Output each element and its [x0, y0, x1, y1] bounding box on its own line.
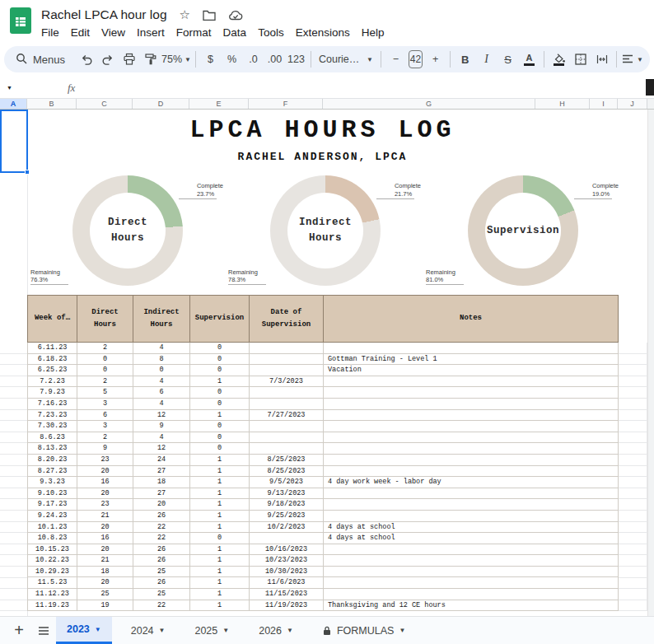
cell-date-of-supervision[interactable]: 10/16/2023: [250, 544, 324, 555]
header-date-of-supervision[interactable]: Date of Supervision: [250, 296, 324, 343]
move-folder-icon[interactable]: [203, 10, 216, 21]
cell-supervision[interactable]: 1: [190, 409, 250, 421]
increase-font-size-button[interactable]: +: [425, 49, 446, 70]
cell-indirect-hours[interactable]: 4: [133, 432, 190, 443]
cell-indirect-hours[interactable]: 22: [133, 533, 190, 544]
cell-indirect-hours[interactable]: 26: [133, 555, 190, 567]
header-week-of[interactable]: Week of…: [28, 296, 77, 343]
empty-cells-region[interactable]: [0, 343, 27, 611]
chevron-down-icon[interactable]: ▼: [95, 626, 101, 633]
cell-date-of-supervision[interactable]: 10/2/2023: [250, 521, 324, 533]
col-header-c[interactable]: C: [77, 99, 133, 109]
fill-color-button[interactable]: [549, 49, 569, 70]
font-size-input[interactable]: 42: [409, 50, 423, 68]
col-header-j[interactable]: J: [618, 99, 647, 109]
cell-supervision[interactable]: 0: [190, 365, 250, 376]
cell-date-of-supervision[interactable]: [250, 533, 324, 544]
cell-date-of-supervision[interactable]: 8/25/2023: [250, 454, 324, 465]
cell-direct-hours[interactable]: 21: [77, 555, 133, 567]
cell-direct-hours[interactable]: 9: [77, 443, 133, 455]
cell-week-of[interactable]: 9.10.23: [28, 488, 77, 499]
cell-date-of-supervision[interactable]: 10/30/2023: [250, 566, 324, 577]
menu-insert[interactable]: Insert: [131, 26, 171, 40]
cell-date-of-supervision[interactable]: [250, 398, 324, 409]
cell-direct-hours[interactable]: 20: [77, 488, 133, 499]
cell-indirect-hours[interactable]: 12: [133, 443, 190, 455]
borders-button[interactable]: [570, 49, 591, 70]
cell-date-of-supervision[interactable]: 9/5/2023: [250, 477, 324, 488]
cell-direct-hours[interactable]: 3: [77, 421, 133, 432]
cell-indirect-hours[interactable]: 4: [133, 376, 190, 387]
decrease-decimal-button[interactable]: .0: [243, 49, 264, 70]
formula-input[interactable]: [75, 77, 654, 98]
menu-format[interactable]: Format: [171, 26, 217, 40]
cell-date-of-supervision[interactable]: [250, 421, 324, 432]
cell-supervision[interactable]: 1: [190, 465, 250, 477]
vertical-scrollbar[interactable]: [647, 110, 654, 616]
header-notes[interactable]: Notes: [324, 296, 619, 343]
cell-indirect-hours[interactable]: 18: [133, 477, 190, 488]
cell-date-of-supervision[interactable]: [250, 443, 324, 455]
cell-notes[interactable]: [324, 499, 619, 511]
cell-week-of[interactable]: 11.5.23: [28, 577, 77, 589]
sheet-tab-2025[interactable]: 2025▼: [184, 617, 240, 644]
cell-supervision[interactable]: 0: [190, 353, 250, 365]
chevron-down-icon[interactable]: ▼: [399, 627, 405, 634]
cell-week-of[interactable]: 9.24.23: [28, 510, 77, 521]
cell-notes[interactable]: [324, 398, 619, 409]
cell-date-of-supervision[interactable]: 8/25/2023: [250, 465, 324, 477]
menu-edit[interactable]: Edit: [65, 26, 96, 40]
header-indirect-hours[interactable]: Indirect Hours: [133, 296, 190, 343]
cell-week-of[interactable]: 8.27.23: [28, 465, 77, 477]
cell-supervision[interactable]: 1: [190, 376, 250, 387]
cell-notes[interactable]: [324, 343, 619, 354]
cell-supervision[interactable]: 1: [190, 566, 250, 577]
cell-week-of[interactable]: 7.2.23: [28, 376, 77, 387]
cell-notes[interactable]: 4 days at school: [324, 533, 619, 544]
chevron-down-icon[interactable]: ▼: [159, 627, 166, 634]
cell-indirect-hours[interactable]: 0: [133, 365, 190, 376]
cell-direct-hours[interactable]: 25: [77, 589, 133, 600]
cell-direct-hours[interactable]: 20: [77, 465, 133, 477]
cell-indirect-hours[interactable]: 24: [133, 454, 190, 465]
cell-indirect-hours[interactable]: 12: [133, 409, 190, 421]
cell-notes[interactable]: [324, 577, 619, 589]
cell-date-of-supervision[interactable]: [250, 365, 324, 376]
cell-direct-hours[interactable]: 6: [77, 409, 133, 421]
cell-indirect-hours[interactable]: 22: [133, 600, 190, 611]
cell-notes[interactable]: Thanksgiving and 12 CE hours: [324, 600, 619, 611]
cell-date-of-supervision[interactable]: 11/19/2023: [250, 600, 324, 611]
add-sheet-button[interactable]: +: [7, 618, 31, 643]
col-header-i[interactable]: I: [590, 99, 618, 109]
undo-button[interactable]: [76, 49, 96, 70]
cell-supervision[interactable]: 1: [190, 510, 250, 521]
col-header-f[interactable]: F: [249, 99, 323, 109]
cell-supervision[interactable]: 0: [190, 443, 250, 455]
cell-week-of[interactable]: 10.8.23: [28, 533, 77, 544]
cell-supervision[interactable]: 0: [190, 432, 250, 443]
cell-indirect-hours[interactable]: 8: [133, 353, 190, 365]
menu-tools[interactable]: Tools: [252, 26, 290, 40]
text-color-button[interactable]: A: [519, 49, 540, 70]
cell-indirect-hours[interactable]: 26: [133, 577, 190, 589]
cell-supervision[interactable]: 1: [190, 477, 250, 488]
cell-supervision[interactable]: 1: [190, 589, 250, 600]
sheet-tab-2023[interactable]: 2023▼: [56, 617, 112, 644]
cell-notes[interactable]: [324, 589, 619, 600]
cell-direct-hours[interactable]: 20: [77, 544, 133, 555]
cell-week-of[interactable]: 8.13.23: [28, 443, 77, 455]
cell-week-of[interactable]: 7.23.23: [28, 409, 77, 421]
cell-week-of[interactable]: 11.19.23: [28, 600, 77, 611]
cell-supervision[interactable]: 0: [190, 387, 250, 399]
cell-direct-hours[interactable]: 19: [77, 600, 133, 611]
cell-week-of[interactable]: 6.25.23: [28, 365, 77, 376]
cell-direct-hours[interactable]: 0: [77, 365, 133, 376]
more-formats-button[interactable]: 123: [286, 49, 306, 70]
cell-notes[interactable]: [324, 376, 619, 387]
cell-supervision[interactable]: 1: [190, 499, 250, 511]
cell-date-of-supervision[interactable]: 11/6/2023: [250, 577, 324, 589]
cell-date-of-supervision[interactable]: 9/13/2023: [250, 488, 324, 499]
cell-supervision[interactable]: 1: [190, 555, 250, 567]
zoom-select[interactable]: 75%▼: [161, 49, 191, 70]
cell-notes[interactable]: Vacation: [324, 365, 619, 376]
